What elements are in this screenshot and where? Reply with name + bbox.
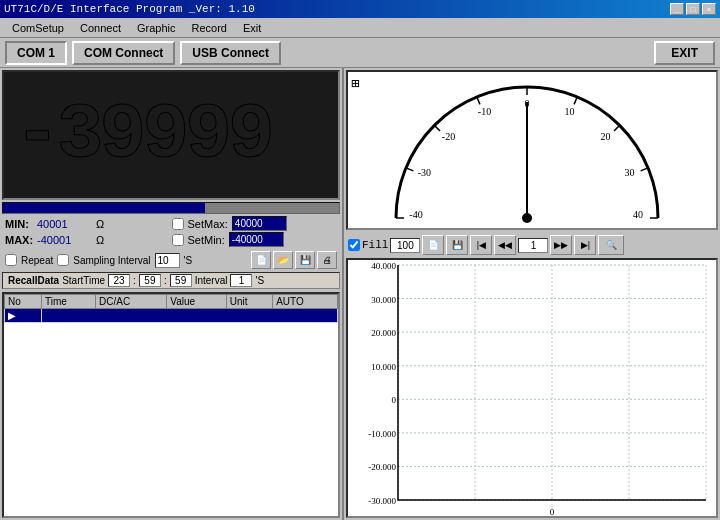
max-unit: Ω xyxy=(96,234,111,246)
interval-unit: 'S xyxy=(184,255,193,266)
main-content: -39999 MIN: 40001 Ω SetMax: MAX: -40001 … xyxy=(0,68,720,520)
exit-button[interactable]: EXIT xyxy=(654,41,715,65)
recall-unit: 'S xyxy=(255,275,264,286)
com-connect-button[interactable]: COM Connect xyxy=(72,41,175,65)
usb-connect-button[interactable]: USB Connect xyxy=(180,41,281,65)
progress-bar-container xyxy=(2,202,340,214)
recall-label: RecallData xyxy=(8,275,59,286)
setmin-label: SetMin: xyxy=(188,234,225,246)
interval-input[interactable] xyxy=(155,253,180,268)
min-unit: Ω xyxy=(96,218,111,230)
chart-fill-input[interactable] xyxy=(390,238,420,253)
sampling-label: Sampling Interval xyxy=(73,255,150,266)
print-button[interactable]: 🖨 xyxy=(317,251,337,269)
minmax-area: MIN: 40001 Ω SetMax: MAX: -40001 Ω SetMi… xyxy=(0,214,342,249)
setmax-row: SetMax: xyxy=(172,216,338,231)
start-hour-input[interactable] xyxy=(108,274,130,287)
table-row[interactable]: ▶ xyxy=(5,309,338,323)
col-dcac: DC/AC xyxy=(95,295,166,309)
col-auto: AUTO xyxy=(273,295,338,309)
save-file-button[interactable]: 💾 xyxy=(295,251,315,269)
start-min-input[interactable] xyxy=(139,274,161,287)
min-value: 40001 xyxy=(37,218,92,230)
gauge-icon: ⊞ xyxy=(351,75,359,92)
recall-row: RecallData StartTime : : Interval 'S xyxy=(2,272,340,289)
new-file-button[interactable]: 📄 xyxy=(251,251,271,269)
menu-exit[interactable]: Exit xyxy=(235,21,269,35)
display-area: -39999 xyxy=(2,70,340,200)
interval-label: Interval xyxy=(195,275,228,286)
controls-row: Repeat Sampling Interval 'S 📄 📂 💾 🖨 xyxy=(0,249,342,271)
right-panel: ⊞ Fill 📄 💾 |◀ ◀◀ ▶▶ ▶| 🔍 xyxy=(344,68,720,520)
setmin-checkbox[interactable] xyxy=(172,234,184,246)
chart-area xyxy=(346,258,718,518)
chart-controls: Fill 📄 💾 |◀ ◀◀ ▶▶ ▶| 🔍 xyxy=(344,232,720,258)
setmax-input[interactable] xyxy=(232,216,287,231)
menu-graphic[interactable]: Graphic xyxy=(129,21,184,35)
title-text: UT71C/D/E Interface Program _Ver: 1.10 xyxy=(4,3,255,15)
setmax-checkbox[interactable] xyxy=(172,218,184,230)
main-display: -39999 xyxy=(14,96,271,174)
chart-next-button[interactable]: ▶▶ xyxy=(550,235,572,255)
sampling-checkbox[interactable] xyxy=(57,254,69,266)
menu-connect[interactable]: Connect xyxy=(72,21,129,35)
title-bar: UT71C/D/E Interface Program _Ver: 1.10 _… xyxy=(0,0,720,18)
left-panel: -39999 MIN: 40001 Ω SetMax: MAX: -40001 … xyxy=(0,68,344,520)
data-table-container: No Time DC/AC Value Unit AUTO ▶ xyxy=(2,292,340,518)
repeat-checkbox[interactable] xyxy=(5,254,17,266)
toolbar: COM 1 COM Connect USB Connect EXIT xyxy=(0,38,720,68)
chart-prev-button[interactable]: ◀◀ xyxy=(494,235,516,255)
open-file-button[interactable]: 📂 xyxy=(273,251,293,269)
min-label: MIN: xyxy=(5,218,33,230)
min-row: MIN: 40001 Ω xyxy=(5,216,171,231)
gauge-canvas xyxy=(348,72,706,228)
chart-zoom-button[interactable]: 🔍 xyxy=(598,235,624,255)
setmin-input[interactable] xyxy=(229,232,284,247)
menu-record[interactable]: Record xyxy=(184,21,235,35)
max-row: MAX: -40001 Ω xyxy=(5,232,171,247)
com1-button[interactable]: COM 1 xyxy=(5,41,67,65)
recall-interval-input[interactable] xyxy=(230,274,252,287)
repeat-label: Repeat xyxy=(21,255,53,266)
title-bar-buttons: _ □ × xyxy=(670,3,716,15)
gauge-area: ⊞ xyxy=(346,70,718,230)
fill-label: Fill xyxy=(362,239,388,251)
start-sec-input[interactable] xyxy=(170,274,192,287)
minimize-button[interactable]: _ xyxy=(670,3,684,15)
max-label: MAX: xyxy=(5,234,33,246)
chart-canvas xyxy=(348,260,716,518)
data-table: No Time DC/AC Value Unit AUTO ▶ xyxy=(4,294,338,323)
progress-bar-fill xyxy=(3,203,205,213)
chart-page-input[interactable] xyxy=(518,238,548,253)
col-time: Time xyxy=(42,295,96,309)
chart-save-button[interactable]: 💾 xyxy=(446,235,468,255)
col-no: No xyxy=(5,295,42,309)
row-arrow: ▶ xyxy=(5,309,42,323)
maximize-button[interactable]: □ xyxy=(686,3,700,15)
close-button[interactable]: × xyxy=(702,3,716,15)
col-value: Value xyxy=(167,295,227,309)
col-unit: Unit xyxy=(226,295,272,309)
start-time-label: StartTime xyxy=(62,275,105,286)
setmin-row: SetMin: xyxy=(172,232,338,247)
chart-last-button[interactable]: ▶| xyxy=(574,235,596,255)
setmax-label: SetMax: xyxy=(188,218,228,230)
chart-new-button[interactable]: 📄 xyxy=(422,235,444,255)
menu-comsetup[interactable]: ComSetup xyxy=(4,21,72,35)
max-value: -40001 xyxy=(37,234,92,246)
fill-checkbox[interactable] xyxy=(348,239,360,251)
menu-bar: ComSetup Connect Graphic Record Exit xyxy=(0,18,720,38)
chart-first-button[interactable]: |◀ xyxy=(470,235,492,255)
